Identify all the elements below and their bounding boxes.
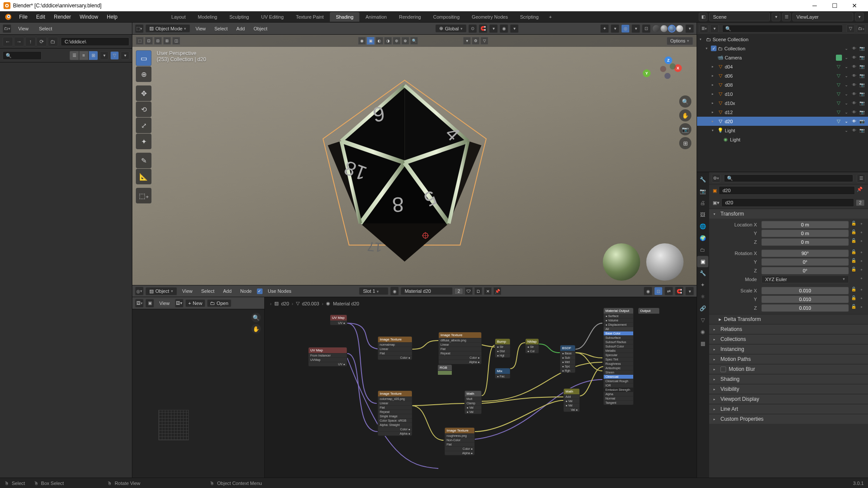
tab-texture-paint[interactable]: Texture Paint: [290, 12, 330, 22]
slot-select[interactable]: Slot 1 ▾: [359, 287, 388, 295]
node-math-2[interactable]: MathAdd● Val● ValVal ●: [563, 388, 580, 412]
ptab-viewlayer[interactable]: 🖼: [697, 209, 708, 220]
scale-y[interactable]: 0.010: [761, 295, 849, 303]
node-bump[interactable]: Bump● Str● Dist● Hgt: [495, 338, 510, 358]
node-canvas[interactable]: ›▨d20 ›▽d20.003 ›◉Material d20: [265, 297, 697, 488]
node-uvmap-2[interactable]: UV MapFrom InstancerUVMapUV ●: [308, 347, 347, 367]
maximize-button[interactable]: ☐: [825, 0, 845, 11]
viewlayer-new-button[interactable]: ▾: [855, 13, 864, 21]
tool-scale[interactable]: ⤢: [136, 118, 151, 133]
navigation-gizmo[interactable]: Z X Y: [653, 56, 684, 87]
outliner-item-d04[interactable]: ▸▽d04▽⌄👁📷: [697, 62, 868, 71]
viewport-3d[interactable]: ⬚ ⊡ ⊟ ⊞ ◫ ◉ ▣ ◐ ◑ ⊛ ⊕ 🔍 ▾ ⚙ ▽: [132, 35, 697, 285]
ptab-tool[interactable]: 🔧: [697, 174, 708, 185]
ptab-data[interactable]: ▽: [697, 314, 708, 326]
properties-search[interactable]: [724, 174, 853, 182]
snap-button[interactable]: 🧲: [479, 24, 487, 33]
menu-window[interactable]: Window: [75, 12, 102, 22]
tab-sculpting[interactable]: Sculpting: [223, 12, 255, 22]
panel-motion-blur[interactable]: ▸Motion Blur: [709, 364, 868, 374]
editor-type-properties[interactable]: ⚙ ▾: [712, 174, 720, 183]
proportional-settings[interactable]: ▾: [510, 24, 519, 33]
shade-material[interactable]: [668, 25, 676, 33]
scale-x[interactable]: 0.010: [761, 287, 849, 295]
tab-shading[interactable]: Shading: [330, 12, 359, 22]
nav-up-button[interactable]: ↑: [25, 37, 36, 46]
material-pin[interactable]: 📌: [493, 287, 501, 295]
outliner-item-d12[interactable]: ▸▽d12▽⌄👁📷: [697, 108, 868, 117]
material-fake-user[interactable]: 🛡: [465, 287, 473, 295]
node-color[interactable]: RGB: [437, 364, 452, 375]
mode-select[interactable]: ▨ Object Mode ▾: [145, 24, 190, 33]
shade-settings[interactable]: ▾: [685, 24, 694, 33]
hdri-preview-sphere[interactable]: [603, 243, 640, 281]
panel-custom-properties[interactable]: ▸Custom Properties: [709, 414, 868, 424]
ptab-constraint[interactable]: 🔗: [697, 303, 708, 314]
material-browse[interactable]: ◉: [390, 287, 399, 295]
ptab-world[interactable]: 🌍: [697, 233, 708, 244]
material-name-field[interactable]: Material d20: [401, 287, 453, 295]
sel-mode-4[interactable]: ⊞: [163, 37, 171, 45]
rot-z[interactable]: 0°: [761, 267, 849, 275]
ptab-modifier[interactable]: 🔧: [697, 268, 708, 279]
node-imgtex-3[interactable]: Image Texturecolormap_d20.pngLinear Flat…: [378, 390, 412, 436]
scene-new-button[interactable]: ▾: [772, 13, 780, 21]
panel-line-art[interactable]: ▸Line Art: [709, 404, 868, 414]
ptab-output[interactable]: 🖨: [697, 197, 708, 209]
loc-x-lock[interactable]: 🔓: [850, 221, 858, 229]
display-thumbnails[interactable]: ⊞: [89, 51, 98, 60]
ptab-material[interactable]: ◉: [697, 326, 708, 337]
rot-x[interactable]: 90°: [761, 249, 849, 257]
center-options[interactable]: ⚙: [472, 37, 480, 45]
outliner-display-mode[interactable]: ▾: [710, 24, 719, 33]
center-btn-1[interactable]: ◉: [358, 37, 366, 45]
outliner-item-light-data[interactable]: ◉Light: [697, 135, 868, 144]
ptab-particles[interactable]: ✦: [697, 279, 708, 291]
menu-render[interactable]: Render: [49, 12, 75, 22]
filebrowser-body[interactable]: [0, 62, 132, 488]
ptab-object[interactable]: ▣: [697, 256, 708, 267]
outliner-item-light[interactable]: ▾💡Light⌄👁📷: [697, 126, 868, 135]
panel-viewport-display[interactable]: ▸Viewport Display: [709, 394, 868, 404]
xray-button[interactable]: ⊡: [642, 24, 651, 33]
snap-settings[interactable]: ▾: [489, 24, 498, 33]
scene-name-field[interactable]: Scene: [709, 13, 770, 21]
workspace-add-button[interactable]: +: [545, 12, 556, 22]
panel-instancing[interactable]: ▸Instancing: [709, 344, 868, 354]
rotation-mode[interactable]: XYZ Euler ▾: [761, 275, 849, 283]
tool-rotate[interactable]: ⟲: [136, 102, 151, 117]
orientation-select[interactable]: ⊕ Global ▾: [435, 24, 467, 33]
datablock-name-field[interactable]: d20: [721, 198, 854, 207]
panel-shading[interactable]: ▸Shading: [709, 374, 868, 384]
display-list-vertical[interactable]: ☰: [69, 51, 79, 60]
proportional-button[interactable]: ◉: [500, 24, 508, 33]
loc-y[interactable]: 0 m: [761, 229, 849, 237]
shader-type-select[interactable]: ▨ Object ▾: [145, 287, 177, 295]
outliner-filter[interactable]: ▽: [846, 24, 855, 33]
node-math-1[interactable]: MathMultClamp● Val● Val: [464, 390, 482, 414]
panel-relations[interactable]: ▸Relations: [709, 324, 868, 334]
vp-menu-add[interactable]: Add: [233, 26, 249, 31]
loc-x[interactable]: 0 m: [761, 221, 849, 229]
node-principled[interactable]: BSDF● Base● Sub● Met● Spc● Rgh: [560, 345, 575, 373]
zoom-button[interactable]: 🔍: [679, 95, 691, 108]
center-btn-5[interactable]: ⊛: [393, 37, 401, 45]
editor-type-3dview[interactable]: ⬚ ▾: [135, 24, 144, 33]
axis-z[interactable]: Z: [664, 56, 672, 64]
ne-menu-add[interactable]: Add: [220, 288, 235, 294]
datablock-users[interactable]: 2: [856, 200, 865, 206]
close-button[interactable]: ✕: [845, 0, 865, 11]
outliner-item-camera[interactable]: 📹Camera⌄👁📷: [697, 53, 868, 62]
ne-snap[interactable]: 🧲: [675, 287, 684, 295]
tool-measure[interactable]: 📐: [136, 169, 151, 184]
perspective-button[interactable]: ⊞: [679, 137, 691, 149]
node-imgtex-4[interactable]: Image Textureroughness.pngNon-ColorFlatC…: [444, 427, 475, 455]
axis-neg-z[interactable]: [664, 73, 671, 79]
center-btn-2[interactable]: ▣: [367, 37, 375, 45]
outliner-body[interactable]: ▾🗀Scene Collection ▾✓🗀Collection ⌄👁📷 📹Ca…: [697, 35, 868, 172]
use-nodes-checkbox[interactable]: ✓: [257, 288, 263, 294]
scene-browse-icon[interactable]: ◧: [699, 13, 707, 21]
outliner-item-d06[interactable]: ▸▽d06▽⌄👁📷: [697, 71, 868, 80]
loc-z[interactable]: 0 m: [761, 238, 849, 246]
panel-collections[interactable]: ▸Collections: [709, 334, 868, 344]
